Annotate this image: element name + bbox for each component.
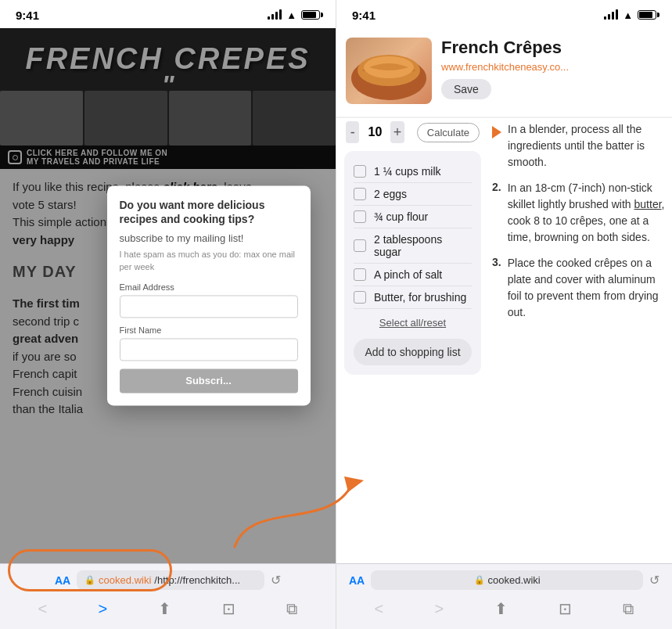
modal-title: Do you want more delicious recipes and c…: [120, 198, 298, 226]
instructions-column: In a blender, process all the ingredient…: [489, 121, 672, 563]
ingredient-label-6: Butter, for brushing: [374, 291, 472, 304]
ingredient-row-6: Butter, for brushing: [354, 286, 472, 309]
right-lock-icon: 🔒: [474, 575, 485, 585]
ingredient-checkbox-5[interactable]: [354, 268, 366, 281]
url-domain: cooked.wiki: [99, 574, 151, 586]
ingredient-checkbox-4[interactable]: [354, 239, 366, 252]
instruction-3: 3. Place the cooked crêpes on a plate an…: [492, 255, 666, 321]
right-tabs-button[interactable]: ⧉: [613, 597, 643, 621]
right-url-domain: cooked.wiki: [488, 574, 541, 586]
ingredients-card: 1 ¼ cups milk 2 eggs ¾ cup flour 2 table…: [344, 151, 481, 375]
left-url-bar: AA 🔒 cooked.wiki /http://frenchkitch... …: [0, 564, 336, 593]
ingredient-row-5: A pinch of salt: [354, 264, 472, 286]
modal-first-name-input[interactable]: [120, 339, 298, 361]
servings-plus-button[interactable]: +: [390, 121, 404, 143]
tabs-button[interactable]: ⧉: [277, 597, 307, 621]
reload-button[interactable]: ↺: [271, 573, 281, 588]
ingredient-checkbox-2[interactable]: [354, 188, 366, 200]
right-aa-button[interactable]: AA: [349, 574, 365, 587]
recipe-title: French Crêpes: [441, 38, 663, 58]
back-button[interactable]: <: [29, 597, 57, 621]
right-bookmarks-button[interactable]: ⊡: [549, 596, 581, 621]
modal-box: Do you want more delicious recipes and c…: [107, 185, 311, 405]
right-browser-nav: < > ⬆ ⊡ ⧉: [336, 593, 672, 627]
arrow-bullet-icon: [492, 126, 501, 138]
ingredient-label-4: 2 tablespoons sugar: [374, 233, 472, 258]
right-forward-button[interactable]: >: [425, 597, 453, 621]
url-path: /http://frenchkitch...: [154, 574, 240, 586]
select-all-row: Select all/reset: [354, 309, 472, 332]
right-url-input[interactable]: 🔒 cooked.wiki: [371, 570, 643, 590]
left-browser-nav: < > ⬆ ⊡ ⧉: [0, 593, 336, 627]
left-content: FRENCH CREPES " CLICK HERE AND FOLLOW ME…: [0, 28, 336, 563]
modal-subtitle: subscribe to my mailing list!: [120, 233, 298, 245]
instruction-num-2: 2.: [492, 181, 501, 246]
right-status-icons: ▲: [604, 9, 656, 21]
right-wifi-icon: ▲: [623, 9, 633, 21]
ingredient-checkbox-3[interactable]: [354, 210, 366, 223]
modal-overlay[interactable]: Do you want more delicious recipes and c…: [0, 28, 336, 563]
modal-first-name-label: First Name: [120, 326, 298, 336]
forward-button[interactable]: >: [88, 597, 117, 621]
save-button[interactable]: Save: [441, 79, 491, 99]
ingredient-checkbox-1[interactable]: [354, 165, 366, 178]
bookmarks-button[interactable]: ⊡: [213, 596, 245, 621]
modal-subscribe-button[interactable]: Subscri...: [120, 369, 298, 394]
right-share-button[interactable]: ⬆: [485, 596, 517, 621]
right-status-bar: 9:41 ▲: [336, 0, 672, 28]
left-phone: 9:41 ▲ FRENCH CREPES ": [0, 0, 336, 629]
ingredient-label-3: ¾ cup flour: [374, 210, 472, 223]
calculate-button[interactable]: Calculate: [417, 123, 480, 142]
recipe-thumbnail: [346, 38, 432, 104]
right-signal-bars-icon: [604, 10, 618, 20]
instruction-text-2: In an 18-cm (7-inch) non-stick skillet l…: [508, 180, 666, 246]
ingredient-label-1: 1 ¼ cups milk: [374, 165, 472, 178]
ingredient-row-1: 1 ¼ cups milk: [354, 160, 472, 183]
wifi-icon: ▲: [286, 9, 296, 21]
ingredient-label-5: A pinch of salt: [374, 268, 472, 281]
instruction-text-3: Place the cooked crêpes on a plate and c…: [508, 255, 666, 321]
lock-icon: 🔒: [84, 575, 95, 585]
servings-bar: - 10 + Calculate: [336, 121, 489, 151]
signal-bars-icon: [268, 10, 282, 20]
instruction-2: 2. In an 18-cm (7-inch) non-stick skille…: [492, 180, 666, 246]
modal-email-input[interactable]: [120, 296, 298, 318]
butter-link[interactable]: butter: [634, 198, 662, 210]
ingredient-checkbox-6[interactable]: [354, 291, 366, 304]
right-reload-button[interactable]: ↺: [649, 573, 659, 588]
right-status-time: 9:41: [352, 9, 376, 22]
ingredient-row-3: ¾ cup flour: [354, 206, 472, 228]
servings-minus-button[interactable]: -: [346, 121, 359, 143]
recipe-info: French Crêpes www.frenchkitcheneasy.co..…: [441, 38, 663, 99]
ingredient-label-2: 2 eggs: [374, 188, 472, 200]
left-url-input[interactable]: 🔒 cooked.wiki /http://frenchkitch...: [77, 570, 264, 590]
aa-button[interactable]: AA: [55, 574, 70, 587]
left-status-icons: ▲: [268, 9, 320, 21]
right-browser-bar: AA 🔒 cooked.wiki ↺ < > ⬆ ⊡ ⧉: [336, 563, 672, 629]
add-to-shopping-list-button[interactable]: Add to shopping list: [354, 339, 472, 365]
ingredient-row-2: 2 eggs: [354, 183, 472, 206]
right-content: French Crêpes www.frenchkitcheneasy.co..…: [336, 28, 672, 563]
recipe-header: French Crêpes www.frenchkitcheneasy.co..…: [336, 28, 672, 113]
left-status-time: 9:41: [16, 9, 39, 22]
divider-1: [336, 117, 672, 118]
instruction-num-3: 3.: [492, 256, 501, 321]
modal-email-label: Email Address: [120, 283, 298, 293]
share-button[interactable]: ⬆: [149, 596, 181, 621]
servings-count: 10: [365, 125, 384, 139]
instruction-text-1: In a blender, process all the ingredient…: [508, 121, 666, 171]
select-all-link[interactable]: Select all/reset: [379, 317, 446, 329]
right-battery-icon: [638, 10, 656, 20]
recipe-url[interactable]: www.frenchkitcheneasy.co...: [441, 61, 663, 73]
right-url-bar: AA 🔒 cooked.wiki ↺: [336, 564, 672, 593]
ingredients-column: - 10 + Calculate 1 ¼ cups milk 2 eggs: [336, 121, 489, 563]
right-phone: 9:41 ▲: [336, 0, 672, 629]
ingredient-row-4: 2 tablespoons sugar: [354, 228, 472, 264]
modal-spam: I hate spam as much as you do: max one m…: [120, 250, 298, 274]
instruction-1: In a blender, process all the ingredient…: [492, 121, 666, 171]
battery-icon: [301, 10, 320, 20]
left-browser-bar: AA 🔒 cooked.wiki /http://frenchkitch... …: [0, 563, 336, 629]
left-status-bar: 9:41 ▲: [0, 0, 336, 28]
right-back-button[interactable]: <: [365, 597, 393, 621]
